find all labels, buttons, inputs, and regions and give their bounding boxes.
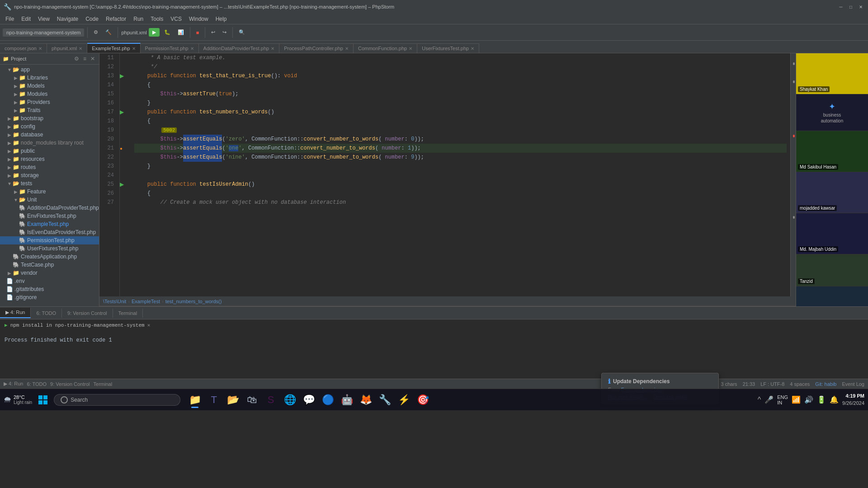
close-button[interactable]: ✕ (857, 3, 864, 10)
sidebar-close-button[interactable]: ✕ (89, 55, 96, 62)
taskbar-app-fileexplorer[interactable]: 📂 (224, 391, 242, 409)
tab-close[interactable]: ✕ (190, 46, 194, 51)
tree-item-userfixturestest-file[interactable]: 🐘 UserFixturesTest.php (0, 244, 99, 253)
event-log[interactable]: Event Log (842, 381, 864, 387)
tab-exampletest[interactable]: ExampleTest.php✕ (87, 43, 140, 53)
tree-item-additiondatatest[interactable]: 🐘 AdditionDataProviderTest.php (0, 204, 99, 212)
tree-item-database[interactable]: ▶ 📁 database (0, 131, 99, 139)
taskbar-app-php[interactable]: 🔧 (376, 391, 394, 409)
language-indicator[interactable]: ENGIN (777, 394, 788, 405)
tree-item-gitignore[interactable]: 📄 .gitignore (0, 293, 99, 301)
status-git[interactable]: Git: habib (815, 381, 836, 387)
menu-tools[interactable]: Tools (147, 15, 167, 23)
run-line25[interactable]: ▶ (120, 181, 124, 188)
start-button[interactable] (34, 391, 52, 409)
tree-item-routes[interactable]: ▶ 📁 routes (0, 163, 99, 171)
tree-item-gitattributes[interactable]: 📄 .gitattributes (0, 285, 99, 293)
minimize-button[interactable]: ─ (837, 3, 844, 10)
tree-item-testcase[interactable]: 🐘 TestCase.php (0, 261, 99, 269)
menu-window[interactable]: Window (185, 15, 212, 23)
bottom-tab-run[interactable]: ▶ 4: Run (0, 308, 31, 318)
terminal-close-x[interactable]: ✕ (147, 322, 151, 328)
terminal-content[interactable]: ▶ npm install in npo-training-management… (0, 319, 868, 379)
taskbar-app-android[interactable]: 🤖 (338, 391, 356, 409)
bottom-tab-terminal[interactable]: Terminal (113, 309, 143, 318)
tree-item-envfixtures[interactable]: 🐘 EnvFixturesTest.php (0, 212, 99, 220)
taskbar-app-chrome[interactable]: 🌐 (281, 391, 299, 409)
tree-item-providers[interactable]: ▶ 📁 Providers (0, 98, 99, 106)
breakpoint-dot[interactable]: ● (120, 146, 123, 151)
tab-close[interactable]: ✕ (345, 46, 349, 51)
tab-composerjson[interactable]: composer.json✕ (0, 43, 47, 53)
menu-code[interactable]: Code (82, 15, 102, 23)
code-content[interactable]: * A basic test example. */ public functi… (131, 53, 790, 296)
tab-commonfunction[interactable]: CommonFunction.php✕ (354, 43, 417, 53)
breadcrumb-method[interactable]: test_numbers_to_words() (165, 299, 222, 304)
system-clock[interactable]: 4:19 PM 9/26/2024 (842, 393, 864, 407)
status-vcs[interactable]: 9: Version Control (50, 381, 90, 387)
taskbar-app-ext2[interactable]: 🎯 (414, 391, 432, 409)
tree-item-libraries[interactable]: ▶ 📁 Libraries (0, 74, 99, 82)
taskbar-app-store[interactable]: 🛍 (243, 391, 261, 409)
debug-button[interactable]: 🐛 (161, 28, 173, 37)
run-line17[interactable]: ▶ (120, 109, 124, 115)
settings-button[interactable]: ⚙ (91, 28, 101, 37)
status-indent[interactable]: 4 spaces (790, 381, 810, 387)
status-position[interactable]: 21:33 (743, 381, 755, 387)
tree-item-permissiontest-file[interactable]: 🐘 PermissionTest.php (0, 236, 99, 244)
taskbar-app-ext1[interactable]: ⚡ (395, 391, 413, 409)
tree-item-app[interactable]: ▼ 📂 app (0, 66, 99, 74)
project-selector[interactable]: npo-training-management-system (3, 28, 84, 37)
redo-button[interactable]: ↪ (220, 28, 229, 37)
tree-item-nodemodules[interactable]: ▶ 📁 node_modules library root (0, 139, 99, 147)
tree-item-env[interactable]: 📄 .env (0, 277, 99, 285)
coverage-button[interactable]: 📊 (175, 28, 187, 37)
tab-close[interactable]: ✕ (38, 46, 42, 51)
menu-vcs[interactable]: VCS (167, 15, 185, 23)
battery-icon[interactable]: 🔋 (817, 395, 826, 404)
taskbar-app-slack[interactable]: S (262, 391, 280, 409)
status-run[interactable]: ▶ 4: Run (4, 381, 23, 387)
tree-item-isevendataprovider[interactable]: 🐘 IsEvenDataProviderTest.php (0, 228, 99, 236)
tab-close[interactable]: ✕ (409, 46, 412, 51)
bottom-tab-todo[interactable]: 6: TODO (31, 309, 62, 318)
taskbar-app-chrome2[interactable]: 🔵 (319, 391, 337, 409)
tab-permissiontest[interactable]: PermissionTest.php✕ (141, 43, 199, 53)
tree-item-createsapp[interactable]: 🐘 CreatesApplication.php (0, 253, 99, 261)
network-icon[interactable]: 📶 (792, 395, 801, 404)
status-todo[interactable]: 6: TODO (27, 381, 47, 387)
volume-icon[interactable]: 🔊 (804, 395, 813, 404)
sidebar-collapse-button[interactable]: ≡ (82, 55, 88, 62)
maximize-button[interactable]: □ (847, 3, 854, 10)
tree-item-traits[interactable]: ▶ 📁 Traits (0, 106, 99, 114)
tab-close[interactable]: ✕ (79, 46, 82, 51)
menu-view[interactable]: View (34, 15, 53, 23)
tree-item-resources[interactable]: ▶ 📁 resources (0, 155, 99, 163)
tab-phpunitxml[interactable]: phpunit.xml✕ (47, 43, 87, 53)
tree-item-public[interactable]: ▶ 📁 public (0, 147, 99, 155)
menu-refactor[interactable]: Refactor (102, 15, 130, 23)
tree-item-exampletest-file[interactable]: 🐘 ExampleTest.php (0, 220, 99, 228)
tree-item-feature[interactable]: ▶ 📁 Feature (0, 188, 99, 196)
tab-userfixturestest[interactable]: UserFixturesTest.php✕ (417, 43, 479, 53)
breadcrumb-exampletest[interactable]: ExampleTest (132, 299, 160, 304)
menu-navigate[interactable]: Navigate (53, 15, 82, 23)
status-terminal[interactable]: Terminal (94, 381, 113, 387)
tab-close[interactable]: ✕ (132, 46, 136, 51)
tab-additiondataprovider[interactable]: AdditionDataProviderTest.php✕ (199, 43, 280, 53)
taskbar-app-explorer[interactable]: 📁 (186, 391, 204, 409)
taskbar-app-teams[interactable]: T (205, 391, 223, 409)
menu-run[interactable]: Run (130, 15, 147, 23)
breadcrumb-tests[interactable]: \Tests\Unit (103, 299, 126, 304)
menu-help[interactable]: Help (212, 15, 231, 23)
menu-edit[interactable]: Edit (18, 15, 34, 23)
status-encoding[interactable]: LF : UTF-8 (760, 381, 784, 387)
build-button[interactable]: 🔨 (103, 28, 114, 37)
microphone-icon[interactable]: 🎤 (764, 395, 774, 404)
taskbar-app-whatsapp[interactable]: 💬 (300, 391, 318, 409)
tab-close[interactable]: ✕ (271, 46, 274, 51)
sidebar-settings-button[interactable]: ⚙ (73, 55, 80, 62)
tree-item-tests[interactable]: ▼ 📂 tests (0, 179, 99, 188)
tab-processpathcontroller[interactable]: ProcessPathController.php✕ (279, 43, 354, 53)
tree-item-unit[interactable]: ▼ 📂 Unit (0, 196, 99, 204)
